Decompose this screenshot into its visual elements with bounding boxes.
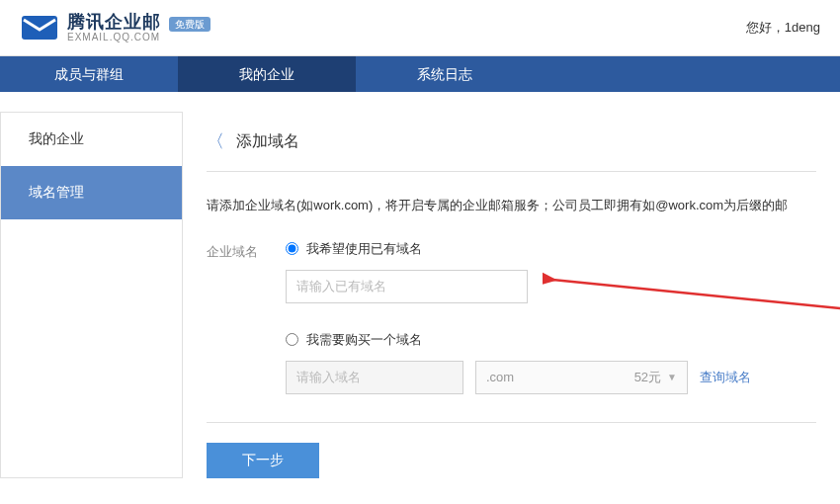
caret-down-icon: ▼ — [667, 372, 677, 382]
brand-logo: 腾讯企业邮 免费版 EXMAIL.QQ.COM — [20, 12, 210, 43]
lookup-domain-link[interactable]: 查询域名 — [700, 369, 751, 386]
brand-subtitle: EXMAIL.QQ.COM — [67, 32, 210, 42]
divider — [207, 422, 816, 423]
topnav-system-log[interactable]: 系统日志 — [356, 56, 534, 92]
envelope-logo-icon — [20, 12, 59, 43]
domain-field-label: 企业域名 — [207, 240, 286, 261]
user-name: 1deng — [785, 20, 820, 35]
top-nav: 成员与群组 我的企业 系统日志 — [0, 56, 840, 92]
tld-selector[interactable]: .com 52元 ▼ — [475, 361, 688, 394]
tld-price: 52元 — [634, 369, 661, 386]
plan-badge: 免费版 — [169, 17, 210, 32]
next-button[interactable]: 下一步 — [207, 443, 319, 478]
svg-rect-0 — [22, 16, 57, 40]
sidebar: 我的企业 域名管理 — [0, 112, 183, 478]
topnav-my-enterprise[interactable]: 我的企业 — [178, 56, 356, 92]
greeting: 您好，1deng — [746, 19, 820, 37]
instruction-text: 请添加企业域名(如work.com)，将开启专属的企业邮箱服务；公司员工即拥有如… — [207, 196, 816, 216]
option-buy-domain[interactable]: 我需要购买一个域名 — [286, 331, 816, 349]
option-existing-domain[interactable]: 我希望使用已有域名 — [286, 240, 816, 258]
radio-buy[interactable] — [286, 333, 298, 346]
brand-name: 腾讯企业邮 — [67, 12, 161, 32]
tld-value: .com — [486, 370, 514, 384]
existing-domain-input[interactable] — [286, 270, 528, 303]
buy-domain-input — [286, 361, 463, 394]
topnav-members[interactable]: 成员与群组 — [0, 56, 178, 92]
radio-existing[interactable] — [286, 242, 298, 255]
page-title: 添加域名 — [236, 131, 299, 152]
sidebar-my-enterprise[interactable]: 我的企业 — [1, 113, 182, 166]
back-chevron-icon[interactable]: 〈 — [207, 129, 224, 153]
main-content: 〈 添加域名 请添加企业域名(如work.com)，将开启专属的企业邮箱服务；公… — [183, 112, 840, 478]
sidebar-domain-management[interactable]: 域名管理 — [1, 166, 182, 219]
